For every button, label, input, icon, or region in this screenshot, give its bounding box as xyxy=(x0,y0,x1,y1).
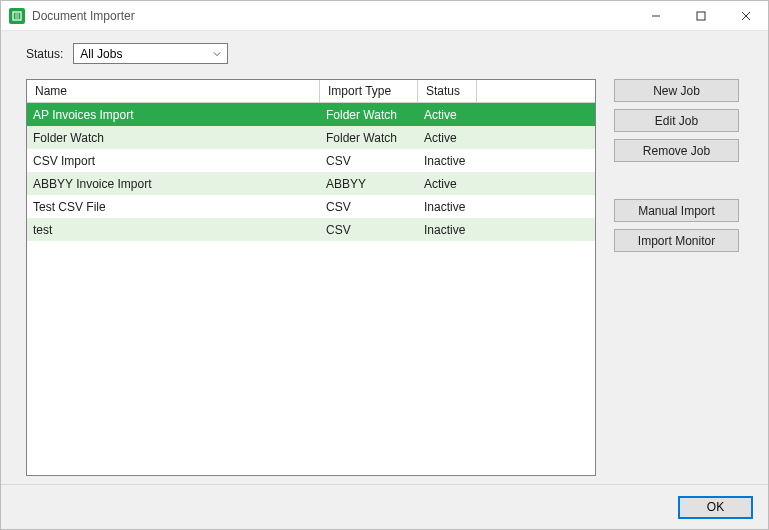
window-controls xyxy=(633,1,768,30)
status-select[interactable]: All Jobs xyxy=(73,43,228,64)
table-row[interactable]: testCSVInactive xyxy=(27,218,595,241)
table-body: AP Invoices ImportFolder WatchActiveFold… xyxy=(27,103,595,475)
footer: OK xyxy=(1,484,768,529)
cell-import-type: CSV xyxy=(320,149,418,172)
cell-status: Active xyxy=(418,172,477,195)
column-header-import-type[interactable]: Import Type xyxy=(320,80,418,102)
content-area: Status: All Jobs Name Import Type Status… xyxy=(1,31,768,484)
main-row: Name Import Type Status AP Invoices Impo… xyxy=(26,79,753,476)
edit-job-button[interactable]: Edit Job xyxy=(614,109,739,132)
cell-status: Active xyxy=(418,103,477,126)
table-row[interactable]: Folder WatchFolder WatchActive xyxy=(27,126,595,149)
cell-status: Inactive xyxy=(418,149,477,172)
table-row[interactable]: Test CSV FileCSVInactive xyxy=(27,195,595,218)
new-job-button[interactable]: New Job xyxy=(614,79,739,102)
minimize-icon xyxy=(651,11,661,21)
cell-import-type: Folder Watch xyxy=(320,103,418,126)
cell-import-type: CSV xyxy=(320,195,418,218)
cell-status: Inactive xyxy=(418,218,477,241)
table-header: Name Import Type Status xyxy=(27,80,595,103)
maximize-icon xyxy=(696,11,706,21)
table-row[interactable]: AP Invoices ImportFolder WatchActive xyxy=(27,103,595,126)
status-label: Status: xyxy=(26,47,63,61)
close-button[interactable] xyxy=(723,1,768,30)
column-header-spacer xyxy=(477,80,595,102)
svg-rect-1 xyxy=(697,12,705,20)
status-filter-row: Status: All Jobs xyxy=(26,43,753,64)
maximize-button[interactable] xyxy=(678,1,723,30)
cell-status: Active xyxy=(418,126,477,149)
table-row[interactable]: ABBYY Invoice ImportABBYYActive xyxy=(27,172,595,195)
import-monitor-button[interactable]: Import Monitor xyxy=(614,229,739,252)
column-header-status[interactable]: Status xyxy=(418,80,477,102)
cell-name: AP Invoices Import xyxy=(27,103,320,126)
status-select-value: All Jobs xyxy=(80,47,122,61)
cell-name: Folder Watch xyxy=(27,126,320,149)
chevron-down-icon xyxy=(213,47,221,61)
manual-import-button[interactable]: Manual Import xyxy=(614,199,739,222)
cell-import-type: ABBYY xyxy=(320,172,418,195)
cell-status: Inactive xyxy=(418,195,477,218)
window-title: Document Importer xyxy=(32,9,135,23)
jobs-table: Name Import Type Status AP Invoices Impo… xyxy=(26,79,596,476)
cell-name: Test CSV File xyxy=(27,195,320,218)
ok-button[interactable]: OK xyxy=(678,496,753,519)
column-header-name[interactable]: Name xyxy=(27,80,320,102)
minimize-button[interactable] xyxy=(633,1,678,30)
titlebar: Document Importer xyxy=(1,1,768,31)
cell-import-type: Folder Watch xyxy=(320,126,418,149)
button-gap xyxy=(614,169,739,199)
cell-name: ABBYY Invoice Import xyxy=(27,172,320,195)
cell-name: CSV Import xyxy=(27,149,320,172)
remove-job-button[interactable]: Remove Job xyxy=(614,139,739,162)
table-row[interactable]: CSV ImportCSVInactive xyxy=(27,149,595,172)
side-buttons: New Job Edit Job Remove Job Manual Impor… xyxy=(614,79,739,476)
app-icon xyxy=(9,8,25,24)
close-icon xyxy=(741,11,751,21)
app-window: Document Importer Status: All Jobs xyxy=(0,0,769,530)
cell-import-type: CSV xyxy=(320,218,418,241)
cell-name: test xyxy=(27,218,320,241)
